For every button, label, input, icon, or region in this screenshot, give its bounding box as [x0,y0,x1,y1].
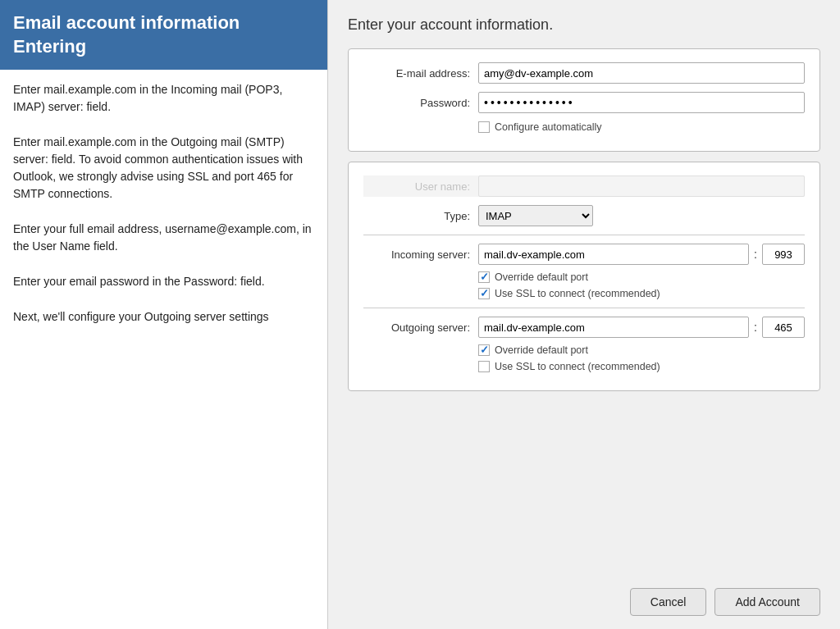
form-title: Enter your account information. [348,16,820,34]
page-title: Email account information Entering [0,0,327,70]
use-ssl-2-icon [478,361,490,372]
cancel-button[interactable]: Cancel [630,588,707,616]
title-text: Email account information Entering [13,12,240,57]
colon-1: : [754,248,757,261]
password-label: Password: [363,97,470,109]
configure-auto-label[interactable]: Configure automatically [495,121,602,133]
right-panel: Enter your account information. E-mail a… [328,0,840,629]
instruction-2: Enter mail.example.com in the Outgoing m… [13,134,314,203]
outgoing-server-input[interactable] [478,317,749,338]
instructions-body: Enter mail.example.com in the Incoming m… [0,70,327,629]
add-account-button[interactable]: Add Account [714,588,820,616]
type-row: Type: IMAP POP3 Exchange [363,205,805,226]
button-row: Cancel Add Account [348,580,820,616]
credentials-section: E-mail address: Password: Configure auto… [348,48,820,152]
left-panel: Email account information Entering Enter… [0,0,328,629]
divider-1 [363,235,805,235]
configure-auto-row: Configure automatically [478,121,805,133]
use-ssl-1-label[interactable]: Use SSL to connect (recommended) [495,288,660,299]
use-ssl-1-row: Use SSL to connect (recommended) [478,288,805,299]
instruction-4: Enter your email password in the Passwor… [13,273,314,290]
override-port-1-label[interactable]: Override default port [495,271,588,283]
instruction-5: Next, we'll configure your Outgoing serv… [13,308,314,326]
use-ssl-2-row: Use SSL to connect (recommended) [478,361,805,372]
incoming-server-row: Incoming server: : [363,244,805,265]
override-port-2-row: Override default port [478,344,805,356]
outgoing-server-label: Outgoing server: [363,321,470,334]
email-input[interactable] [478,62,805,84]
incoming-server-input[interactable] [478,244,749,265]
password-input[interactable] [478,92,805,113]
type-label: Type: [363,210,470,222]
email-label: E-mail address: [363,67,470,80]
server-section: User name: Type: IMAP POP3 Exchange Inco… [348,162,820,391]
incoming-server-label: Incoming server: [363,248,470,261]
username-label: User name: [363,180,470,193]
instruction-3: Enter your full email address, username@… [13,221,314,255]
username-row: User name: [363,175,805,197]
type-select[interactable]: IMAP POP3 Exchange [478,205,593,226]
use-ssl-2-label[interactable]: Use SSL to connect (recommended) [495,361,660,372]
email-row: E-mail address: [363,62,805,84]
outgoing-server-row: Outgoing server: : [363,317,805,338]
override-port-2-icon [478,344,490,356]
incoming-port-input[interactable] [762,244,805,265]
outgoing-port-input[interactable] [762,317,805,338]
divider-2 [363,308,805,308]
configure-auto-icon [478,121,490,133]
colon-2: : [754,321,757,334]
instruction-1: Enter mail.example.com in the Incoming m… [13,81,314,116]
override-port-1-icon [478,271,490,283]
password-row: Password: [363,92,805,113]
username-input[interactable] [478,175,805,197]
override-port-2-label[interactable]: Override default port [495,344,588,356]
use-ssl-1-icon [478,288,490,299]
override-port-1-row: Override default port [478,271,805,283]
